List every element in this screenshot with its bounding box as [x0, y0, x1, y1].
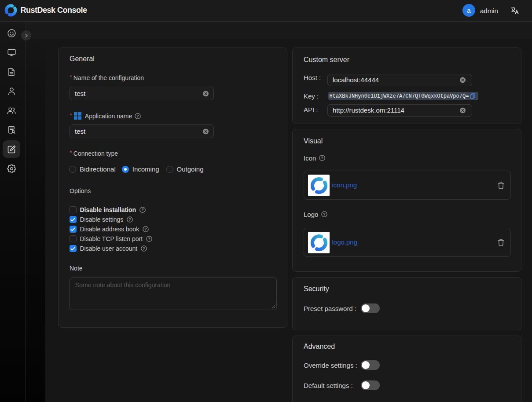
- svg-text:?: ?: [143, 246, 146, 251]
- svg-text:?: ?: [129, 217, 132, 222]
- svg-text:?: ?: [137, 114, 139, 118]
- svg-text:?: ?: [321, 156, 324, 160]
- svg-text:?: ?: [148, 237, 150, 241]
- svg-text:?: ?: [141, 208, 144, 212]
- svg-text:?: ?: [323, 212, 326, 216]
- svg-text:?: ?: [144, 227, 147, 231]
